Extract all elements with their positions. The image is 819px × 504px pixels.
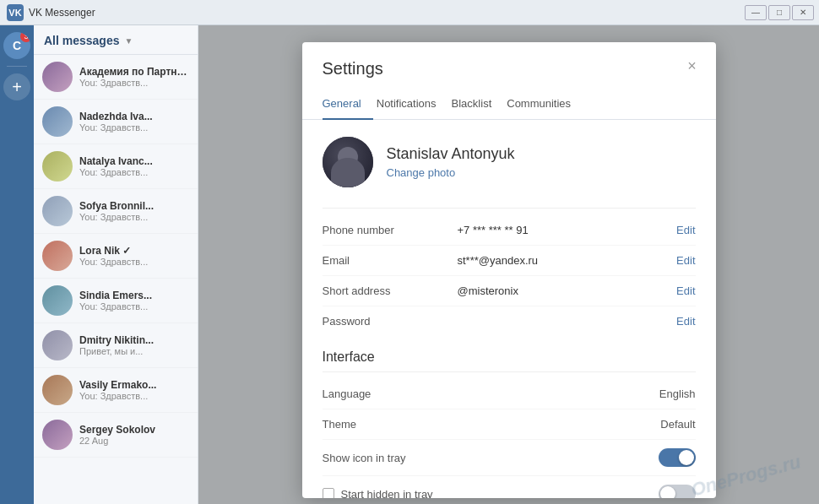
email-value: st***@yandex.ru: [458, 254, 670, 267]
language-value: English: [458, 387, 696, 400]
short-address-row: Short address @misteronix Edit: [323, 276, 696, 306]
tray-icon-toggle[interactable]: [659, 448, 696, 467]
start-hidden-row: Start hidden in tray: [323, 476, 696, 498]
list-item[interactable]: Sofya Bronnil... You: Здравств...: [34, 189, 198, 234]
avatar: [42, 420, 73, 450]
list-item[interactable]: Академия по Партнёрс You: Здравств...: [34, 55, 198, 100]
profile-section: Stanislav Antonyuk Change photo: [323, 137, 696, 187]
messages-panel: All messages ▼ Академия по Партнёрс You:…: [34, 25, 198, 504]
theme-row: Theme Default: [323, 409, 696, 440]
avatar: [42, 106, 73, 137]
short-address-value: @misteronix: [458, 285, 670, 297]
start-hidden-toggle[interactable]: [659, 485, 696, 498]
sender-name: Dmitry Nikitin...: [79, 334, 189, 346]
message-preview: You: Здравств...: [79, 212, 189, 222]
profile-name: Stanislav Antonyuk: [387, 145, 515, 163]
dialog-header: Settings ×: [302, 42, 716, 79]
list-item[interactable]: Nadezhda Iva... You: Здравств...: [34, 100, 198, 144]
sender-name: Natalya Ivanc...: [79, 155, 189, 167]
tab-communities[interactable]: Communities: [507, 89, 583, 120]
message-preview: You: Здравств...: [79, 301, 189, 312]
theme-label: Theme: [323, 418, 458, 431]
app-layout: С 3 + All messages ▼ Академия по Партнёр…: [0, 25, 819, 504]
email-label: Email: [323, 254, 458, 267]
window-close-button[interactable]: ✕: [792, 5, 814, 20]
toggle-knob: [679, 450, 694, 465]
notification-badge: 3: [20, 32, 30, 42]
sender-name: Sindia Emers...: [79, 290, 189, 301]
sender-name: Sofya Bronnil...: [79, 200, 189, 212]
minimize-button[interactable]: —: [745, 5, 767, 20]
user-avatar-icon[interactable]: С 3: [3, 32, 30, 59]
window-controls: — □ ✕: [745, 5, 814, 20]
list-item[interactable]: Vasily Ermako... You: Здравств...: [34, 368, 198, 413]
interface-settings-section: Language English Theme Default Show icon…: [323, 371, 696, 498]
list-item[interactable]: Lora Nik ✓ You: Здравств...: [34, 234, 198, 279]
app-title: VK Messenger: [29, 7, 95, 19]
dialog-tabs: General Notifications Blacklist Communit…: [302, 89, 716, 120]
message-preview: You: Здравств...: [79, 391, 189, 401]
sidebar-divider: [7, 66, 27, 67]
language-label: Language: [323, 387, 458, 400]
sender-name: Lora Nik ✓: [79, 245, 189, 257]
sender-name: Vasily Ermako...: [79, 379, 189, 391]
password-row: Password Edit: [323, 306, 696, 336]
avatar: [42, 196, 73, 226]
interface-heading: Interface: [323, 350, 696, 365]
avatar: [42, 241, 73, 271]
message-preview: You: Здравств...: [79, 122, 189, 133]
message-preview: Привет, мы и...: [79, 346, 189, 356]
email-row: Email st***@yandex.ru Edit: [323, 246, 696, 276]
avatar: [42, 330, 73, 360]
message-preview: You: Здравств...: [79, 257, 189, 267]
modal-overlay: Settings × General Notifications Blackli…: [198, 25, 819, 504]
phone-value: +7 *** *** ** 91: [458, 224, 670, 236]
short-address-edit-link[interactable]: Edit: [676, 285, 695, 297]
title-bar: VK VK Messenger — □ ✕: [0, 0, 819, 25]
account-settings-section: Phone number +7 *** *** ** 91 Edit Email…: [323, 208, 696, 336]
messages-header: All messages ▼: [34, 25, 198, 55]
phone-row: Phone number +7 *** *** ** 91 Edit: [323, 215, 696, 246]
phone-label: Phone number: [323, 224, 458, 236]
message-preview: 22 Aug: [79, 436, 189, 446]
message-preview: You: Здравств...: [79, 78, 189, 88]
chevron-down-icon: ▼: [125, 36, 133, 46]
tab-blacklist[interactable]: Blacklist: [452, 89, 504, 120]
avatar: [42, 62, 73, 92]
change-photo-link[interactable]: Change photo: [387, 166, 515, 179]
profile-info: Stanislav Antonyuk Change photo: [387, 145, 515, 179]
list-item[interactable]: Sindia Emers... You: Здравств...: [34, 279, 198, 323]
list-item[interactable]: Sergey Sokolov 22 Aug: [34, 413, 198, 458]
tray-icon-label: Show icon in tray: [323, 452, 458, 464]
tab-notifications[interactable]: Notifications: [377, 89, 448, 120]
toggle-knob-2: [660, 486, 675, 498]
message-preview: You: Здравств...: [79, 167, 189, 177]
profile-avatar: [323, 137, 373, 187]
list-item[interactable]: Dmitry Nikitin... Привет, мы и...: [34, 323, 198, 368]
email-edit-link[interactable]: Edit: [676, 254, 695, 267]
message-list: Академия по Партнёрс You: Здравств... Na…: [34, 55, 198, 504]
sender-name: Академия по Партнёрс: [79, 66, 189, 78]
main-area: Settings × General Notifications Blackli…: [198, 25, 819, 504]
avatar: [42, 375, 73, 405]
list-item[interactable]: Natalya Ivanc... You: Здравств...: [34, 144, 198, 189]
start-hidden-checkbox[interactable]: [323, 488, 334, 498]
avatar: [42, 285, 73, 316]
sender-name: Sergey Sokolov: [79, 424, 189, 436]
tab-general[interactable]: General: [323, 89, 373, 120]
avatar: [42, 151, 73, 182]
add-button[interactable]: +: [3, 73, 30, 100]
maximize-button[interactable]: □: [768, 5, 790, 20]
dialog-body: Stanislav Antonyuk Change photo Phone nu…: [302, 120, 716, 498]
dialog-close-button[interactable]: ×: [682, 56, 702, 76]
settings-dialog: Settings × General Notifications Blackli…: [302, 42, 716, 498]
tray-icon-row: Show icon in tray: [323, 440, 696, 476]
phone-edit-link[interactable]: Edit: [676, 224, 695, 236]
password-label: Password: [323, 315, 458, 328]
password-edit-link[interactable]: Edit: [676, 315, 695, 328]
messages-title: All messages: [44, 34, 120, 47]
dialog-title: Settings: [323, 59, 696, 79]
theme-value: Default: [458, 418, 696, 431]
start-hidden-label: Start hidden in tray: [341, 488, 433, 499]
short-address-label: Short address: [323, 285, 458, 297]
